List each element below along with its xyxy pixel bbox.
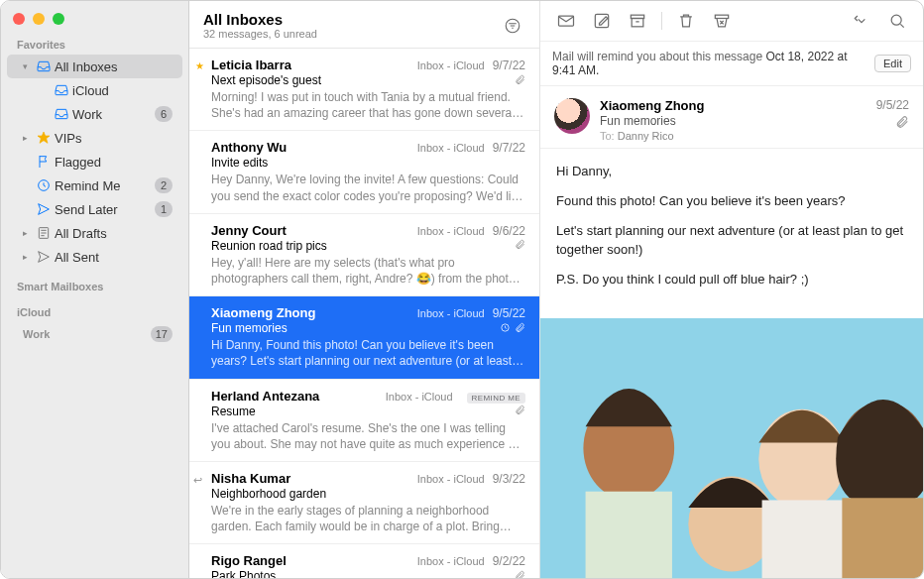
date: 9/5/22	[493, 306, 525, 320]
attachment-icon[interactable]	[895, 115, 909, 132]
sidebar-section-icloud[interactable]: iCloud	[1, 302, 188, 322]
close-window-button[interactable]	[13, 13, 25, 25]
sidebar-section-smart[interactable]: Smart Mailboxes	[1, 277, 188, 296]
reminder-text-prefix: Mail will remind you about this message	[552, 50, 765, 63]
account-label: Inbox - iCloud	[386, 391, 453, 403]
search-button[interactable]	[881, 7, 913, 35]
sender: Xiaomeng Zhong	[211, 305, 417, 320]
preview: Hey Danny, We're loving the invite! A fe…	[211, 172, 525, 203]
unread-badge: 6	[155, 106, 173, 122]
flag-icon: ★	[195, 60, 204, 71]
edit-reminder-button[interactable]: Edit	[874, 55, 911, 72]
message-list[interactable]: ★Leticia IbarraInbox - iCloud9/7/22Next …	[189, 49, 539, 578]
account-label: Inbox - iCloud	[417, 59, 485, 71]
sender: Jenny Court	[211, 223, 417, 238]
sender: Leticia Ibarra	[211, 58, 417, 72]
attachment-icon	[515, 405, 525, 417]
body-paragraph: Found this photo! Can you believe it's b…	[556, 192, 907, 210]
account-label: Inbox - iCloud	[417, 225, 485, 237]
chevron-right-icon[interactable]: ▸	[23, 228, 33, 238]
message-row[interactable]: Herland AntezanaInbox - iCloudREMIND MER…	[189, 380, 539, 462]
mark-unread-button[interactable]	[550, 7, 582, 35]
more-button[interactable]	[846, 7, 877, 35]
sidebar-item-vips[interactable]: ▸ VIPs	[7, 126, 182, 150]
chevron-down-icon[interactable]: ▾	[23, 61, 33, 71]
subject: Neighborhood garden	[211, 487, 525, 501]
archive-button[interactable]	[622, 7, 653, 35]
body-paragraph: Hi Danny,	[556, 163, 907, 180]
message-row[interactable]: ★Leticia IbarraInbox - iCloud9/7/22Next …	[189, 49, 539, 131]
sender: Rigo Rangel	[211, 553, 417, 568]
filter-button[interactable]	[500, 13, 525, 39]
junk-button[interactable]	[706, 7, 738, 35]
svg-rect-8	[715, 15, 728, 18]
chevron-right-icon[interactable]: ▸	[23, 133, 33, 143]
body-paragraph: P.S. Do you think I could pull off blue …	[556, 271, 907, 289]
sidebar-item-all-inboxes[interactable]: ▾ All Inboxes	[7, 55, 182, 78]
attachment-icon	[515, 322, 525, 335]
body-paragraph: Let's start planning our next adventure …	[556, 222, 907, 258]
message-row[interactable]: ↩Nisha KumarInbox - iCloud9/3/22Neighbor…	[189, 462, 539, 544]
svg-point-9	[891, 15, 901, 25]
sidebar-item-icloud-inbox[interactable]: iCloud	[7, 78, 182, 102]
reminder-text: Mail will remind you about this message …	[552, 50, 866, 77]
message-row[interactable]: Jenny CourtInbox - iCloud9/6/22Reunion r…	[189, 214, 539, 296]
svg-rect-4	[559, 16, 574, 26]
zoom-window-button[interactable]	[53, 13, 64, 25]
sidebar-item-label: All Drafts	[55, 226, 173, 241]
minimize-window-button[interactable]	[33, 13, 45, 25]
remind-me-pill: REMIND ME	[467, 393, 525, 404]
preview: I've attached Carol's resume. She's the …	[211, 420, 525, 452]
sender: Nisha Kumar	[211, 471, 417, 486]
list-subtitle: 32 messages, 6 unread	[203, 28, 500, 40]
sent-icon	[33, 249, 55, 265]
message-row[interactable]: Xiaomeng ZhongInbox - iCloud9/5/22Fun me…	[189, 296, 539, 379]
separator	[661, 12, 662, 30]
sidebar-item-send-later[interactable]: Send Later 1	[7, 197, 182, 221]
message-body: Hi Danny, Found this photo! Can you beli…	[540, 149, 923, 314]
sender-avatar[interactable]	[554, 98, 590, 134]
account-label: Inbox - iCloud	[417, 307, 485, 319]
sidebar-item-all-drafts[interactable]: ▸ All Drafts	[7, 221, 182, 245]
drafts-icon	[33, 225, 55, 241]
compose-button[interactable]	[586, 7, 618, 35]
count-badge: 1	[155, 201, 173, 217]
recipients: To: Danny Rico	[600, 130, 876, 142]
preview: We're in the early stages of planning a …	[211, 503, 525, 534]
inbox-icon	[33, 58, 55, 74]
attachment-icon	[515, 74, 525, 87]
message-list-pane: All Inboxes 32 messages, 6 unread ★Letic…	[189, 1, 540, 578]
sidebar-item-flagged[interactable]: Flagged	[7, 150, 182, 174]
inbox-icon	[51, 82, 72, 98]
inbox-icon	[51, 106, 72, 122]
account-label: Inbox - iCloud	[417, 473, 485, 485]
subject: Park Photos	[211, 569, 511, 578]
message-row[interactable]: Rigo RangelInbox - iCloud9/2/22Park Phot…	[189, 544, 539, 578]
sidebar-item-work-inbox[interactable]: Work 6	[7, 102, 182, 126]
recipient-name[interactable]: Danny Rico	[618, 130, 674, 142]
replied-icon: ↩	[193, 474, 202, 487]
sidebar-item-label: Send Later	[55, 202, 155, 217]
attached-photo[interactable]	[540, 318, 923, 578]
sidebar-section-work[interactable]: Work 17	[7, 322, 182, 346]
sidebar-item-remind-me[interactable]: Remind Me 2	[7, 174, 182, 197]
star-icon	[33, 130, 55, 146]
sidebar-section-favorites: Favorites	[1, 35, 188, 55]
to-label: To:	[600, 130, 615, 142]
chevron-right-icon[interactable]: ▸	[23, 252, 33, 262]
sidebar-item-label: VIPs	[55, 131, 173, 146]
window-controls	[1, 7, 188, 35]
message-date: 9/5/22	[876, 98, 909, 112]
delete-button[interactable]	[670, 7, 702, 35]
message-row[interactable]: Anthony WuInbox - iCloud9/7/22Invite edi…	[189, 131, 539, 213]
sender-name[interactable]: Xiaomeng Zhong	[600, 98, 876, 113]
preview: Hi Danny, Found this photo! Can you beli…	[211, 337, 525, 369]
send-later-icon	[33, 201, 55, 217]
sidebar-item-all-sent[interactable]: ▸ All Sent	[7, 245, 182, 269]
sidebar-section-label: Work	[23, 328, 151, 340]
reminder-banner: Mail will remind you about this message …	[540, 41, 923, 86]
sidebar-item-label: Remind Me	[55, 178, 155, 193]
toolbar	[540, 1, 923, 41]
sidebar-item-label: All Inboxes	[55, 59, 173, 74]
svg-rect-15	[762, 500, 845, 578]
